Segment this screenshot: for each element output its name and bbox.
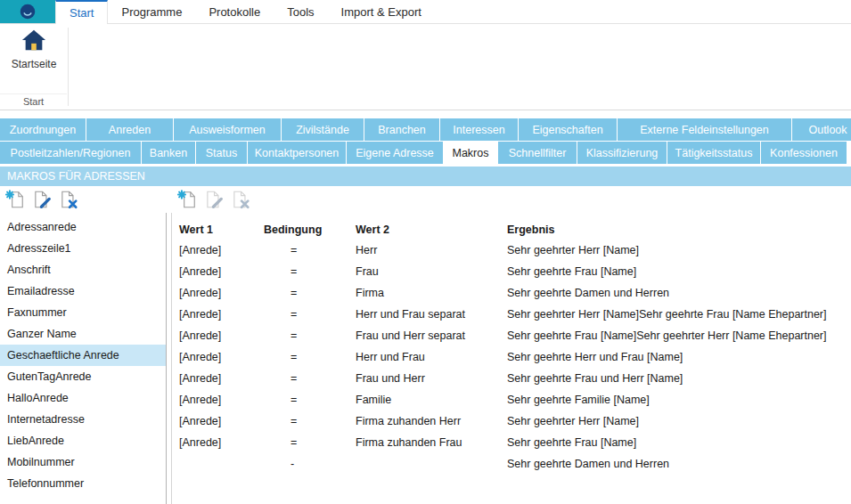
list-item-internetadresse[interactable]: Internetadresse bbox=[0, 409, 166, 430]
tab-outlook[interactable]: Outlook bbox=[792, 118, 851, 141]
tab-externe-feldeinstellungen[interactable]: Externe Feldeinstellungen bbox=[618, 118, 791, 141]
cell-wert2[interactable]: Firma zuhanden Herr bbox=[356, 411, 507, 432]
delete-macro-button[interactable] bbox=[229, 188, 252, 211]
list-item-halloanrede[interactable]: HalloAnrede bbox=[0, 387, 166, 409]
cell-bedingung[interactable]: = bbox=[264, 389, 356, 411]
menu-tab-tools[interactable]: Tools bbox=[274, 0, 327, 23]
list-item-faxnummer[interactable]: Faxnummer bbox=[0, 302, 166, 323]
cell-wert1[interactable]: [Anrede] bbox=[179, 368, 264, 389]
menu-tab-start[interactable]: Start bbox=[55, 0, 108, 24]
tab-eigene-adresse[interactable]: Eigene Adresse bbox=[347, 142, 443, 164]
delete-field-button[interactable] bbox=[57, 188, 80, 211]
menu-tab-import-export[interactable]: Import & Export bbox=[328, 0, 435, 23]
cell-wert2[interactable]: Frau und Herr bbox=[356, 368, 507, 389]
cell-wert2[interactable]: Herr und Frau bbox=[356, 346, 507, 368]
tab-zivilstaende[interactable]: Zivilstände bbox=[282, 118, 364, 141]
content-area: Adressanrede Adresszeile1 Anschrift Emai… bbox=[0, 213, 851, 504]
cell-bedingung[interactable]: = bbox=[264, 368, 356, 389]
menu-bar: Start Programme Protokolle Tools Import … bbox=[0, 0, 851, 24]
list-item-adressanrede[interactable]: Adressanrede bbox=[0, 216, 166, 238]
cell-ergebnis[interactable]: Sehr geehrte Damen und Herren bbox=[507, 453, 851, 475]
cell-wert1[interactable]: [Anrede] bbox=[179, 325, 264, 346]
cell-ergebnis[interactable]: Sehr geehrte Familie [Name] bbox=[507, 389, 851, 411]
cell-wert2[interactable]: Firma zuhanden Frau bbox=[356, 432, 507, 453]
cell-wert1[interactable]: [Anrede] bbox=[179, 432, 264, 453]
cell-wert1[interactable]: [Anrede] bbox=[179, 346, 264, 368]
edit-field-button[interactable] bbox=[30, 188, 53, 211]
tab-ausweisformen[interactable]: Ausweisformen bbox=[174, 118, 281, 141]
cell-ergebnis[interactable]: Sehr geehrter Herr [Name]Sehr geehrte Fr… bbox=[507, 304, 851, 325]
cell-bedingung[interactable]: = bbox=[264, 304, 356, 325]
list-item-anschrift[interactable]: Anschrift bbox=[0, 259, 166, 280]
category-tabs: Zuordnungen Anreden Ausweisformen Zivils… bbox=[0, 110, 851, 165]
tab-makros[interactable]: Makros bbox=[444, 142, 497, 164]
tab-postleitzahlen-regionen[interactable]: Postleitzahlen/Regionen bbox=[0, 142, 141, 164]
cell-wert1[interactable]: [Anrede] bbox=[179, 411, 264, 432]
startseite-button[interactable]: Startseite bbox=[5, 28, 62, 70]
tab-taetigkeitsstatus[interactable]: Tätigkeitsstatus bbox=[667, 142, 760, 164]
tab-branchen[interactable]: Branchen bbox=[364, 118, 439, 141]
cell-bedingung[interactable]: = bbox=[264, 432, 356, 453]
list-item-mobilnummer[interactable]: Mobilnummer bbox=[0, 451, 166, 473]
cell-wert1[interactable]: [Anrede] bbox=[179, 282, 264, 304]
ribbon: Startseite Start bbox=[0, 24, 851, 110]
new-macro-button[interactable] bbox=[176, 188, 199, 211]
cell-wert1[interactable]: [Anrede] bbox=[179, 261, 264, 282]
edit-macro-button[interactable] bbox=[202, 188, 225, 211]
tab-konfessionen[interactable]: Konfessionen bbox=[761, 142, 847, 164]
cell-wert1[interactable]: [Anrede] bbox=[179, 389, 264, 411]
cell-bedingung[interactable]: - bbox=[264, 453, 356, 475]
fields-toolbar bbox=[4, 188, 80, 211]
cell-ergebnis[interactable]: Sehr geehrter Herr [Name] bbox=[507, 240, 851, 261]
tab-eigenschaften[interactable]: Eigenschaften bbox=[519, 118, 617, 141]
app-logo-button[interactable] bbox=[0, 0, 55, 23]
cell-ergebnis[interactable]: Sehr geehrte Frau [Name] bbox=[507, 261, 851, 282]
tab-row-2: Postleitzahlen/Regionen Banken Status Ko… bbox=[0, 142, 851, 164]
tab-anreden[interactable]: Anreden bbox=[86, 118, 173, 141]
tab-status[interactable]: Status bbox=[196, 142, 247, 164]
menu-tab-protokolle[interactable]: Protokolle bbox=[195, 0, 274, 23]
cell-ergebnis[interactable]: Sehr geehrte Frau [Name] bbox=[507, 432, 851, 453]
cell-bedingung[interactable]: = bbox=[264, 346, 356, 368]
cell-wert2[interactable]: Familie bbox=[356, 389, 507, 411]
delete-document-icon bbox=[59, 190, 78, 209]
list-item-ganzer-name[interactable]: Ganzer Name bbox=[0, 323, 166, 345]
tab-klassifizierung[interactable]: Klassifizierung bbox=[577, 142, 667, 164]
cell-wert1[interactable]: [Anrede] bbox=[179, 240, 264, 261]
cell-wert2[interactable]: Herr und Frau separat bbox=[356, 304, 507, 325]
delete-document-icon bbox=[231, 190, 250, 209]
list-item-emailadresse[interactable]: Emailadresse bbox=[0, 280, 166, 302]
cell-ergebnis[interactable]: Sehr geehrte Damen und Herren bbox=[507, 282, 851, 304]
cell-wert2[interactable]: Herr bbox=[356, 240, 507, 261]
list-item-liebanrede[interactable]: LiebAnrede bbox=[0, 430, 166, 451]
cell-wert2[interactable] bbox=[356, 453, 507, 475]
cell-wert1[interactable]: [Anrede] bbox=[179, 304, 264, 325]
cell-ergebnis[interactable]: Sehr geehrte Frau [Name]Sehr geehrter He… bbox=[507, 325, 851, 346]
cell-ergebnis[interactable]: Sehr geehrter Herr [Name] bbox=[507, 411, 851, 432]
macro-table: Wert 1 Bedingung Wert 2 Ergebnis [Anrede… bbox=[179, 218, 851, 475]
menu-tab-programme[interactable]: Programme bbox=[108, 0, 195, 23]
cell-ergebnis[interactable]: Sehr geehrte Herr und Frau [Name] bbox=[507, 346, 851, 368]
cell-bedingung[interactable]: = bbox=[264, 411, 356, 432]
startseite-label: Startseite bbox=[12, 58, 57, 70]
tab-zuordnungen[interactable]: Zuordnungen bbox=[0, 118, 86, 141]
cell-ergebnis[interactable]: Sehr geehrte Frau und Herr [Name] bbox=[507, 368, 851, 389]
list-item-gutentaganrede[interactable]: GutenTagAnrede bbox=[0, 366, 166, 387]
cell-bedingung[interactable]: = bbox=[264, 261, 356, 282]
cell-bedingung[interactable]: = bbox=[264, 282, 356, 304]
cell-wert2[interactable]: Frau bbox=[356, 261, 507, 282]
cell-wert2[interactable]: Firma bbox=[356, 282, 507, 304]
list-item-adresszeile1[interactable]: Adresszeile1 bbox=[0, 238, 166, 259]
cell-wert2[interactable]: Frau und Herr separat bbox=[356, 325, 507, 346]
list-item-telefonnummer[interactable]: Telefonnummer bbox=[0, 473, 166, 494]
list-item-geschaeftliche-anrede[interactable]: Geschaeftliche Anrede bbox=[0, 345, 166, 366]
new-field-button[interactable] bbox=[4, 188, 27, 211]
cell-bedingung[interactable]: = bbox=[264, 325, 356, 346]
tab-banken[interactable]: Banken bbox=[142, 142, 195, 164]
cell-bedingung[interactable]: = bbox=[264, 240, 356, 261]
home-icon bbox=[20, 28, 47, 53]
cell-wert1[interactable] bbox=[179, 453, 264, 475]
tab-schnellfilter[interactable]: Schnellfilter bbox=[498, 142, 577, 164]
tab-kontaktpersonen[interactable]: Kontaktpersonen bbox=[248, 142, 346, 164]
tab-interessen[interactable]: Interessen bbox=[440, 118, 518, 141]
